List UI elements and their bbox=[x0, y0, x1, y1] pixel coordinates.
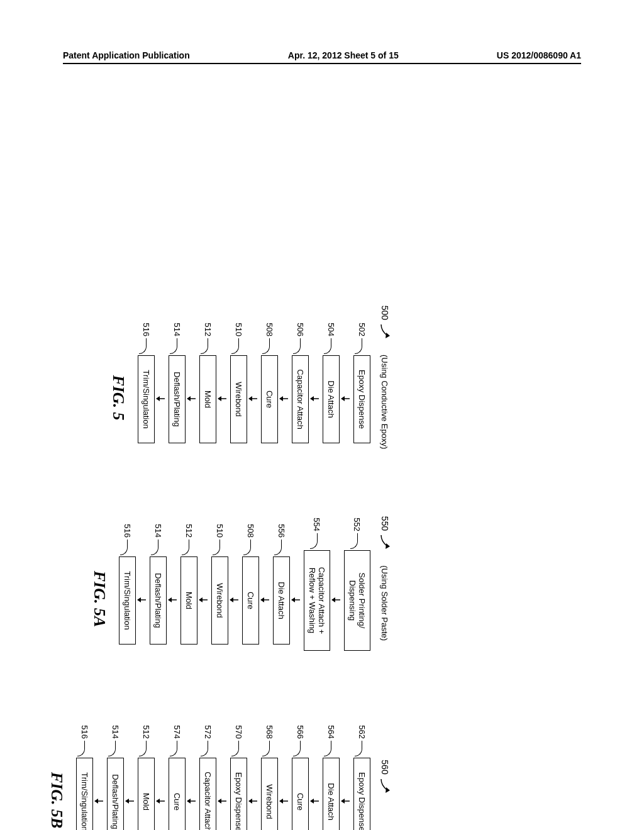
svg-marker-48 bbox=[94, 799, 98, 804]
arrow-down-icon bbox=[341, 797, 350, 805]
step-row: 570Epoxy Dispense bbox=[230, 714, 247, 830]
step-row: 568Wirebond bbox=[261, 714, 278, 830]
step-ref: 514 bbox=[172, 311, 182, 336]
flowchart-header: 500(Using Conductive Epoxy) bbox=[380, 306, 391, 450]
step-connector bbox=[350, 533, 358, 549]
step-connector bbox=[232, 338, 240, 354]
figure-label: FIG. 5 bbox=[109, 375, 128, 420]
header-right: US 2012/0086090 A1 bbox=[497, 50, 581, 60]
step-connector bbox=[182, 540, 190, 555]
step-connector bbox=[294, 338, 301, 354]
arrow-down-icon bbox=[331, 596, 340, 604]
step-row: 552Solder Printing/Dispensing bbox=[344, 506, 370, 651]
step-row: 514Deflash/Plating bbox=[150, 512, 167, 645]
svg-marker-38 bbox=[248, 799, 252, 804]
step-ref: 574 bbox=[172, 714, 182, 739]
step-connector bbox=[325, 338, 332, 354]
step-ref: 510 bbox=[215, 512, 225, 538]
flowchart-ref: 500 bbox=[380, 306, 390, 320]
step-box: Cure bbox=[292, 758, 309, 830]
step-ref: 508 bbox=[246, 512, 255, 538]
step-box: Cure bbox=[242, 556, 259, 645]
step-connector bbox=[78, 741, 86, 756]
step-box: Die Attach bbox=[273, 556, 290, 645]
step-connector bbox=[263, 741, 270, 756]
svg-marker-14 bbox=[156, 396, 160, 401]
step-connector bbox=[232, 741, 240, 756]
arrow-down-icon bbox=[156, 395, 165, 402]
step-row: 566Cure bbox=[292, 714, 309, 830]
arrow-down-icon bbox=[230, 596, 238, 604]
step-connector bbox=[140, 741, 147, 756]
step-row: 512Mold bbox=[138, 714, 155, 830]
svg-marker-32 bbox=[341, 799, 345, 804]
flowchart-header: 560 bbox=[380, 760, 391, 799]
arrow-down-icon bbox=[218, 797, 226, 805]
step-ref: 562 bbox=[357, 714, 367, 739]
step-box: Deflash/Plating bbox=[150, 556, 167, 645]
step-connector bbox=[152, 540, 159, 555]
step-box: Deflash/Plating bbox=[107, 758, 124, 830]
svg-marker-15 bbox=[386, 543, 390, 549]
step-box: Trim/Singulation bbox=[76, 758, 93, 830]
step-connector bbox=[355, 338, 363, 354]
step-box: Epoxy Dispense bbox=[353, 758, 370, 830]
step-box: Cure bbox=[261, 355, 278, 443]
header-divider bbox=[63, 63, 581, 64]
step-box: Wirebond bbox=[230, 355, 247, 443]
svg-marker-25 bbox=[199, 597, 203, 602]
step-ref: 514 bbox=[111, 714, 120, 739]
svg-marker-0 bbox=[386, 333, 390, 338]
step-box: Wirebond bbox=[211, 556, 228, 645]
step-box: Mold bbox=[199, 355, 216, 443]
step-box: Solder Printing/Dispensing bbox=[344, 550, 370, 651]
arrow-down-icon bbox=[248, 395, 257, 402]
step-box: Mold bbox=[138, 758, 155, 830]
arrow-down-icon bbox=[260, 596, 269, 604]
step-row: 514Deflash/Plating bbox=[169, 311, 186, 443]
step-box: Epoxy Dispense bbox=[230, 758, 247, 830]
step-ref: 564 bbox=[326, 714, 336, 739]
arrow-down-icon bbox=[187, 797, 196, 805]
arrow-down-icon bbox=[341, 395, 350, 402]
step-row: 510Wirebond bbox=[211, 512, 228, 645]
step-connector bbox=[170, 338, 178, 354]
step-row: 510Wirebond bbox=[230, 311, 247, 443]
step-ref: 512 bbox=[184, 512, 194, 538]
step-ref: 512 bbox=[142, 714, 151, 739]
step-ref: 516 bbox=[123, 512, 132, 538]
svg-marker-46 bbox=[125, 799, 129, 804]
step-connector bbox=[355, 741, 363, 756]
flowchart-500: 500(Using Conductive Epoxy)502Epoxy Disp… bbox=[47, 296, 391, 459]
step-row: 512Mold bbox=[199, 311, 216, 443]
step-row: 572Capacitor Attach bbox=[199, 714, 216, 830]
step-box: Cure bbox=[169, 758, 186, 830]
step-ref: 516 bbox=[142, 311, 151, 336]
step-connector bbox=[140, 338, 147, 354]
step-ref: 568 bbox=[265, 714, 274, 739]
svg-marker-27 bbox=[168, 597, 172, 602]
arrow-down-icon bbox=[279, 395, 288, 402]
svg-marker-36 bbox=[279, 799, 283, 804]
step-box: Capacitor Attach bbox=[292, 355, 309, 443]
step-box: Capacitor Attach bbox=[199, 758, 216, 830]
svg-marker-10 bbox=[218, 396, 221, 401]
header-center: Apr. 12, 2012 Sheet 5 of 15 bbox=[288, 50, 399, 60]
arrow-down-icon bbox=[248, 797, 257, 805]
rotated-content: 500(Using Conductive Epoxy)502Epoxy Disp… bbox=[47, 296, 391, 830]
svg-marker-4 bbox=[310, 396, 314, 401]
flowchart-header: 550(Using Solder Paste) bbox=[380, 516, 391, 641]
step-connector bbox=[213, 540, 221, 555]
step-ref: 566 bbox=[296, 714, 305, 739]
flowchart-subtitle: (Using Conductive Epoxy) bbox=[380, 355, 389, 449]
step-row: 574Cure bbox=[169, 714, 186, 830]
step-row: 562Epoxy Dispense bbox=[353, 714, 370, 830]
svg-marker-44 bbox=[156, 799, 160, 804]
curved-arrow-icon bbox=[380, 323, 391, 345]
svg-marker-34 bbox=[310, 799, 314, 804]
step-connector bbox=[310, 533, 318, 549]
svg-marker-12 bbox=[187, 396, 191, 401]
step-connector bbox=[201, 338, 209, 354]
step-row: 516Trim/Singulation bbox=[138, 311, 155, 443]
arrow-down-icon bbox=[279, 797, 288, 805]
